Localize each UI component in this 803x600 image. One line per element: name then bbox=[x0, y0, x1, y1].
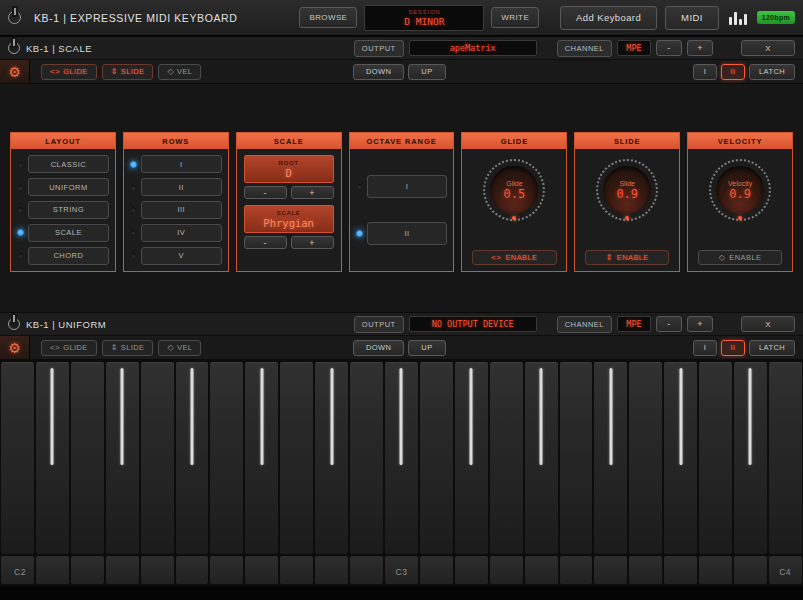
power-icon[interactable] bbox=[8, 11, 21, 24]
key-17[interactable] bbox=[594, 362, 627, 554]
octave-key-8[interactable] bbox=[280, 556, 313, 584]
octave-key-3[interactable] bbox=[106, 556, 139, 584]
octave-key-21[interactable] bbox=[734, 556, 767, 584]
vel-toggle[interactable]: ◇VEL bbox=[158, 340, 201, 356]
glide-enable-button[interactable]: <> ENABLE bbox=[472, 250, 557, 265]
key-4[interactable] bbox=[141, 362, 174, 554]
kb2-up-button[interactable]: UP bbox=[408, 340, 445, 356]
octave-key-18[interactable] bbox=[629, 556, 662, 584]
rows-option-ii[interactable]: II bbox=[130, 177, 222, 197]
kb1-row-ii-button[interactable]: II bbox=[721, 64, 745, 80]
kb2-settings-button[interactable]: ⚙ bbox=[0, 336, 30, 359]
kb2-latch-button[interactable]: LATCH bbox=[749, 340, 795, 356]
kb1-down-button[interactable]: DOWN bbox=[353, 64, 404, 80]
kb2-channel-plus-button[interactable]: + bbox=[687, 316, 713, 332]
key-12[interactable] bbox=[420, 362, 453, 554]
kb1-channel-minus-button[interactable]: - bbox=[656, 40, 682, 56]
octave-key-10[interactable] bbox=[350, 556, 383, 584]
kb1-up-button[interactable]: UP bbox=[408, 64, 445, 80]
slide-toggle[interactable]: ⇕SLIDE bbox=[102, 64, 154, 80]
octave-key-15[interactable] bbox=[525, 556, 558, 584]
octave-key-19[interactable] bbox=[664, 556, 697, 584]
key-19[interactable] bbox=[664, 362, 697, 554]
key-6[interactable] bbox=[210, 362, 243, 554]
vel-toggle[interactable]: ◇VEL bbox=[158, 64, 201, 80]
layout-option-classic[interactable]: CLASSIC bbox=[17, 155, 109, 175]
octave-range-option-ii[interactable]: II bbox=[356, 222, 448, 245]
octave-key-17[interactable] bbox=[594, 556, 627, 584]
root-minus-button[interactable]: - bbox=[244, 186, 287, 199]
kb2-row-ii-button[interactable]: II bbox=[721, 340, 745, 356]
glide-knob[interactable]: Glide 0.5 bbox=[483, 159, 545, 221]
scale-display[interactable]: SCALE Phrygian bbox=[244, 205, 334, 233]
key-21[interactable] bbox=[734, 362, 767, 554]
kb1-settings-button[interactable]: ⚙ bbox=[0, 60, 30, 83]
browse-button[interactable]: BROWSE bbox=[299, 7, 357, 28]
key-22[interactable] bbox=[769, 362, 802, 554]
glide-toggle[interactable]: <>GLIDE bbox=[41, 64, 97, 80]
octave-key-20[interactable] bbox=[699, 556, 732, 584]
key-20[interactable] bbox=[699, 362, 732, 554]
kb2-channel-value[interactable]: MPE bbox=[617, 316, 651, 332]
level-meter-icon[interactable] bbox=[729, 11, 747, 25]
scale-minus-button[interactable]: - bbox=[244, 236, 287, 249]
key-10[interactable] bbox=[350, 362, 383, 554]
key-8[interactable] bbox=[280, 362, 313, 554]
rows-option-iv[interactable]: IV bbox=[130, 223, 222, 243]
octave-key-6[interactable] bbox=[210, 556, 243, 584]
key-14[interactable] bbox=[490, 362, 523, 554]
kb1-power-icon[interactable] bbox=[8, 42, 20, 54]
kb1-latch-button[interactable]: LATCH bbox=[749, 64, 795, 80]
key-0[interactable] bbox=[1, 362, 34, 554]
session-display[interactable]: SESSION D MINOR bbox=[364, 5, 484, 31]
slide-enable-button[interactable]: ⇕ ENABLE bbox=[585, 250, 670, 265]
kb2-down-button[interactable]: DOWN bbox=[353, 340, 404, 356]
layout-option-string[interactable]: STRING bbox=[17, 200, 109, 220]
layout-option-uniform[interactable]: UNIFORM bbox=[17, 177, 109, 197]
key-13[interactable] bbox=[455, 362, 488, 554]
key-18[interactable] bbox=[629, 362, 662, 554]
key-3[interactable] bbox=[106, 362, 139, 554]
key-11[interactable] bbox=[385, 362, 418, 554]
kb1-channel-plus-button[interactable]: + bbox=[687, 40, 713, 56]
velocity-enable-button[interactable]: ◇ ENABLE bbox=[698, 250, 783, 265]
scale-plus-button[interactable]: + bbox=[291, 236, 334, 249]
octave-key-9[interactable] bbox=[315, 556, 348, 584]
key-9[interactable] bbox=[315, 362, 348, 554]
key-7[interactable] bbox=[245, 362, 278, 554]
kb1-output-value[interactable]: apeMatrix bbox=[409, 40, 537, 56]
octave-key-14[interactable] bbox=[490, 556, 523, 584]
rows-option-v[interactable]: V bbox=[130, 246, 222, 266]
key-1[interactable] bbox=[36, 362, 69, 554]
kb2-close-button[interactable]: X bbox=[741, 316, 795, 332]
kb1-row-i-button[interactable]: I bbox=[693, 64, 717, 80]
kb2-output-value[interactable]: NO OUTPUT DEVICE bbox=[409, 316, 537, 332]
glide-toggle[interactable]: <>GLIDE bbox=[41, 340, 97, 356]
kb2-channel-minus-button[interactable]: - bbox=[656, 316, 682, 332]
slide-toggle[interactable]: ⇕SLIDE bbox=[102, 340, 154, 356]
add-keyboard-button[interactable]: Add Keyboard bbox=[560, 6, 657, 30]
root-plus-button[interactable]: + bbox=[291, 186, 334, 199]
kb2-row-i-button[interactable]: I bbox=[693, 340, 717, 356]
octave-key-5[interactable] bbox=[176, 556, 209, 584]
octave-key-16[interactable] bbox=[560, 556, 593, 584]
key-5[interactable] bbox=[176, 362, 209, 554]
rows-option-i[interactable]: I bbox=[130, 155, 222, 175]
slide-knob[interactable]: Slide 0.9 bbox=[596, 159, 658, 221]
key-15[interactable] bbox=[525, 362, 558, 554]
octave-key-12[interactable] bbox=[420, 556, 453, 584]
key-16[interactable] bbox=[560, 362, 593, 554]
midi-button[interactable]: MIDI bbox=[665, 6, 719, 30]
octave-range-option-i[interactable]: I bbox=[356, 175, 448, 198]
key-2[interactable] bbox=[71, 362, 104, 554]
octave-key-13[interactable] bbox=[455, 556, 488, 584]
root-display[interactable]: ROOT D bbox=[244, 155, 334, 183]
kb1-channel-value[interactable]: MPE bbox=[617, 40, 651, 56]
kb2-power-icon[interactable] bbox=[8, 318, 20, 330]
rows-option-iii[interactable]: III bbox=[130, 200, 222, 220]
octave-key-4[interactable] bbox=[141, 556, 174, 584]
octave-key-2[interactable] bbox=[71, 556, 104, 584]
octave-key-1[interactable] bbox=[36, 556, 69, 584]
layout-option-chord[interactable]: CHORD bbox=[17, 246, 109, 266]
kb1-close-button[interactable]: X bbox=[741, 40, 795, 56]
